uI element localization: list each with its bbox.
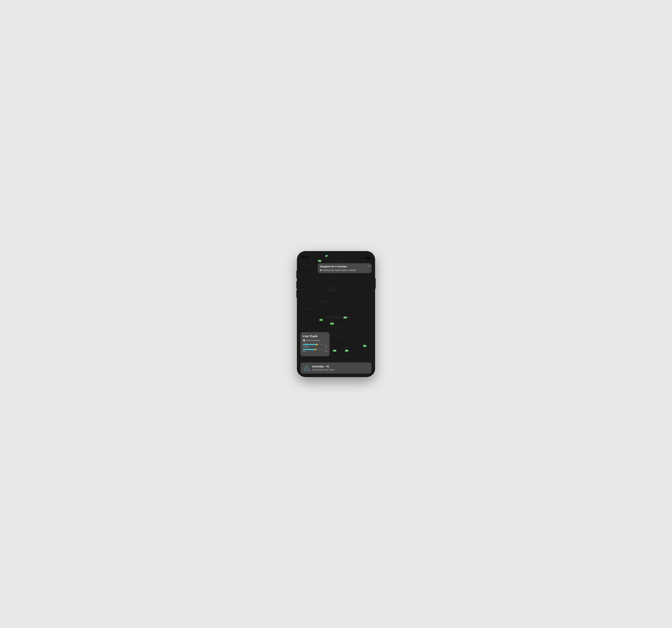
place-botany: Bon... [362,320,366,322]
phone-wrapper: H Lounge Life Carlingford MacquariePark … [297,251,375,377]
signal-bar-1 [359,259,359,259]
svg-text:!: ! [306,367,307,370]
svg-point-13 [359,310,360,311]
svg-point-4 [353,323,360,329]
svg-rect-10 [307,297,316,305]
bottom-card-text: Australia - V1 Sydney New South Wales [312,365,368,371]
svg-text:Life: Life [321,308,323,310]
fuel-value: 4.8 [325,351,327,352]
fuel-label: Fuel [303,351,306,352]
signal-bar-2 [359,258,360,259]
place-carlingford: Carlingford [305,265,313,267]
location-dot-icon [320,269,322,271]
tooltip-stopped: × Stopped for 4 minutes Sydney New South… [318,263,371,273]
place-rockdale: Rockdale [342,356,349,358]
tooltip-title: Stopped for 4 minutes [320,265,369,268]
road-m8: M8 [345,349,349,352]
warning-icon: ! [304,365,310,371]
fuel-label-row: Fuel 4.8 [303,351,327,352]
road-a3-1: A3 [319,319,323,321]
screen: H Lounge Life Carlingford MacquariePark … [298,252,374,376]
signal-bar-3 [360,258,361,259]
bottom-card-subtitle: Sydney New South Wales [312,368,368,371]
wifi-icon [362,257,365,260]
distance-label-row: Distance 2.2 [303,346,327,347]
road-m1: M1 [363,345,366,347]
checkmark-icon [303,339,305,342]
fuel-section: Fuel 4.8 [303,349,327,352]
bottom-card-title: Australia - V1 [312,365,368,368]
distance-progress-bar [303,344,327,345]
bottom-card: ! Australia - V1 Sydney New South Wales [301,362,371,373]
fuel-progress-bar [303,349,327,350]
distance-value: 2.2 [325,346,327,347]
road-a22: A22 [330,322,334,325]
live-track-title: Live Track [303,335,327,338]
distance-marker [316,344,318,345]
status-time: 8:30 [302,256,309,260]
place-lounge: Lounge Life Auburn [300,308,314,310]
place-marrickville: Marrickville [339,336,347,338]
road-to-dest-label: Road to destination [306,339,320,341]
fuel-fill [303,349,315,350]
tooltip-location: Sydney New South Wales, Australia [320,269,369,271]
place-dentist: Dentist on- Ermington [326,287,337,291]
place-mascot: Mascot [345,346,350,348]
distance-label: Distance [303,346,309,347]
battery-fill [366,258,369,259]
place-burwood: Burwood [335,326,341,328]
distance-fill [303,344,317,345]
road-m5: M5 [333,349,336,352]
distance-section: Distance 2.2 [303,344,327,347]
status-icons [359,257,370,260]
road-m4: M4 [343,316,347,318]
tooltip-location-text: Sydney New South Wales, Australia [323,269,356,271]
tooltip-close-button[interactable]: × [368,265,370,267]
svg-point-6 [361,278,373,287]
place-olympic: SydneyOlympic Park [318,299,328,303]
battery-icon [366,257,370,259]
signal-bars-icon [359,257,361,259]
svg-text:H: H [322,294,324,297]
fuel-marker [315,349,316,350]
live-track-card: Live Track Road to destination Distance … [301,332,330,356]
dynamic-island [327,255,345,260]
signal-bar-4 [361,258,361,259]
road-to-destination: Road to destination [303,339,327,342]
